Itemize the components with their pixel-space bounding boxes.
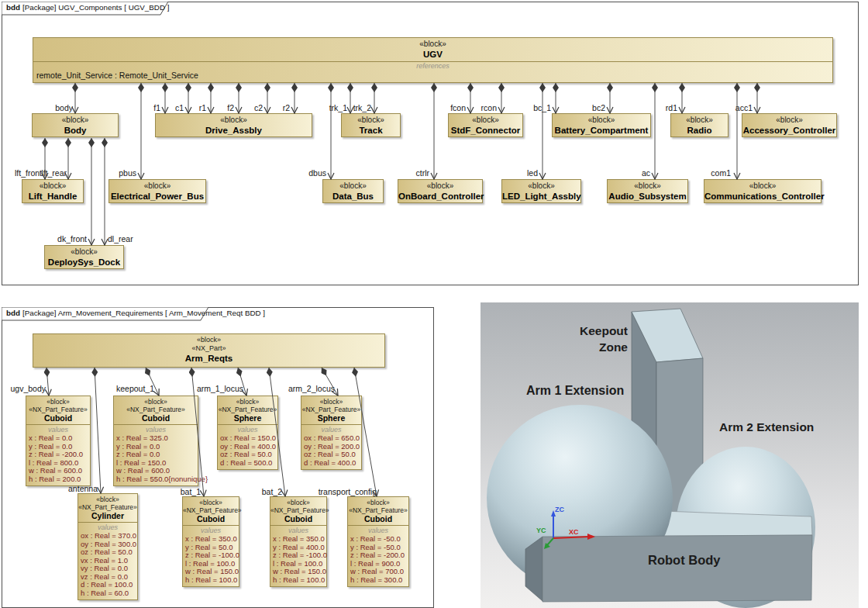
port-label-ctrlr[interactable]: ctrlr [391,168,429,178]
port-label-bat-2[interactable]: bat_2 [243,487,282,496]
values-compartment: values x : Real = 0.0 y : Real = 0.0 z :… [26,424,90,485]
values-compartment: values x : Real = -50.0 y : Real = -50.0… [348,525,408,586]
block-arm-reqts[interactable]: «block» «NX_Part» Arm_Reqts [33,333,385,368]
port-label-acc1[interactable]: acc1 [714,103,753,112]
block-stereotype: «block» [33,336,384,344]
port-label-com1[interactable]: com1 [692,168,731,178]
block-stereotype: «block» [398,181,482,191]
block-stereotype: «block» [78,496,137,503]
port-label-antenna[interactable]: antenna [59,484,98,493]
block-stereotype: «block» [109,181,205,191]
port-label-trk2[interactable]: trk_2 [332,103,371,112]
block-stereotype: «block» [449,116,522,125]
block-name: Track [342,125,400,136]
block-electrical-power-bus[interactable]: «block» Electrical_Power_Bus [108,179,206,203]
block-stereotype: «block» [704,181,821,191]
port-label-dk-front[interactable]: dk_front [48,234,87,244]
references-compartment: references remote_Unit_Service : Remote_… [33,61,832,81]
block-name: StdF_Connector [449,125,522,136]
block-track[interactable]: «block» Track [341,113,401,137]
block-stdf-connector[interactable]: «block» StdF_Connector [448,113,523,137]
block-arm1-locus-sphere[interactable]: «block» «NX_Part_Feature» Sphere values … [217,396,278,470]
block-stereotype: «block» [270,499,326,506]
value-row: h : Real = 200.0 [29,475,88,484]
block-stereotype: «block» [301,398,361,406]
block-lift-handle[interactable]: «block» Lift_Handle [22,179,84,203]
block-ugv[interactable]: «block» UGV references remote_Unit_Servi… [33,37,833,83]
block-stereotype: «block» [323,181,383,191]
block-name: Cuboid [114,413,198,423]
ugv-bdd-frame-tab: bdd[Package] UGV_Components [ UGV_BDD ] [2,2,169,16]
block-name: Accessory_Controller [742,125,836,136]
value-row: h : Real = 100.0 [273,576,324,585]
port-label-body[interactable]: body [34,103,73,112]
block-communications-controller[interactable]: «block» Communications_Controller [704,179,822,203]
block-keepout-cuboid[interactable]: «block» «NX_Part_Feature» Cuboid values … [113,396,198,486]
block-name: Sphere [301,413,361,423]
value-row: oz : Real = 50.0 [304,451,359,459]
block-accessory-controller[interactable]: «block» Accessory_Controller [742,113,837,137]
value-row: h : Real = 300.0 [350,576,406,585]
diagram-kind: bdd [6,309,20,317]
block-body[interactable]: «block» Body [32,113,119,137]
block-battery-compartment[interactable]: «block» Battery_Compartment [552,113,651,137]
block-stereotype: «NX_Part_Feature» [26,406,90,413]
block-bat2-cuboid[interactable]: «block» «NX_Part_Feature» Cuboid values … [270,496,327,587]
block-audio-subsystem[interactable]: «block» Audio_Subsystem [607,179,688,203]
block-name: Arm_Reqts [33,353,384,364]
block-name: Cylinder [78,511,137,521]
port-label-bc1[interactable]: bc_1 [512,103,551,112]
block-stereotype: «block» [22,181,83,191]
block-arm2-locus-sphere[interactable]: «block» «NX_Part_Feature» Sphere values … [301,396,362,470]
port-label-ac[interactable]: ac [611,168,650,178]
block-onboard-controller[interactable]: «block» OnBoard_Controller [398,179,483,203]
block-stereotype: «NX_Part_Feature» [218,406,277,413]
port-label-ugv-body[interactable]: ugv_body [7,384,46,393]
port-label-dbus[interactable]: dbus [288,168,326,178]
port-label-rcon[interactable]: rcon [458,103,497,112]
port-label-keepout-1[interactable]: keepout_1 [108,384,154,393]
port-label-arm-2-locus[interactable]: arm_2_locus [282,384,335,393]
port-label-dl-rear[interactable]: dl_rear [108,234,146,244]
block-stereotype: «NX_Part_Feature» [114,406,198,413]
values-compartment: values ox : Real = 370.0 oy : Real = 300… [78,522,137,599]
block-ugv-body-cuboid[interactable]: «block» «NX_Part_Feature» Cuboid values … [26,396,91,486]
port-label-r2[interactable]: r2 [251,103,290,112]
port-label-bc2[interactable]: bc2 [567,103,605,112]
block-led-light-assbly[interactable]: «block» LED_Light_Assbly [501,179,581,203]
port-label-lft-rear[interactable]: lft_rear [28,168,67,178]
port-label-led[interactable]: led [499,168,538,178]
block-stereotype: «NX_Part_Feature» [301,406,361,413]
block-name: Cuboid [348,514,408,524]
value-row: d : Real = 500.0 [220,459,275,468]
block-transport-config-cuboid[interactable]: «block» «NX_Part_Feature» Cuboid values … [347,496,409,587]
port-label-bat-1[interactable]: bat_1 [162,487,201,496]
block-deploysys-dock[interactable]: «block» DeploySys_Dock [44,245,124,269]
value-row: h : Real = 100.0 [185,576,236,585]
port-label-arm-1-locus[interactable]: arm_1_locus [191,384,243,393]
block-name: Data_Bus [323,191,383,202]
port-label-rd1[interactable]: rd1 [639,103,677,112]
block-radio[interactable]: «block» Radio [670,113,728,137]
value-row: d : Real = 100.0 [81,581,135,589]
block-stereotype: «block» [553,116,650,125]
port-label-transport-config[interactable]: transport_config [308,487,377,496]
value-row: x : Real = 350.0 [273,535,324,544]
value-row: z : Real = -200.0 [29,451,88,459]
arm1-extension-label: Arm 1 Extension [526,384,624,398]
block-name: Cuboid [183,514,239,524]
block-name: Battery_Compartment [553,125,650,136]
block-stereotype: «block» [348,499,408,506]
block-stereotype: «block» [45,247,123,257]
block-antenna-cylinder[interactable]: «block» «NX_Part_Feature» Cylinder value… [78,493,138,600]
block-name: Body [33,125,118,136]
block-stereotype: «block» [342,116,400,125]
values-compartment: values ox : Real = 150.0 oy : Real = 400… [218,424,277,469]
port-label-pbus[interactable]: pbus [98,168,136,178]
block-data-bus[interactable]: «block» Data_Bus [322,179,384,203]
block-bat1-cuboid[interactable]: «block» «NX_Part_Feature» Cuboid values … [182,496,239,587]
block-name: Cuboid [270,514,326,524]
reference-property: remote_Unit_Service : Remote_Unit_Servic… [33,71,832,81]
robot-body-front-face [542,535,812,602]
block-drive-assbly[interactable]: «block» Drive_Assbly [155,113,312,137]
